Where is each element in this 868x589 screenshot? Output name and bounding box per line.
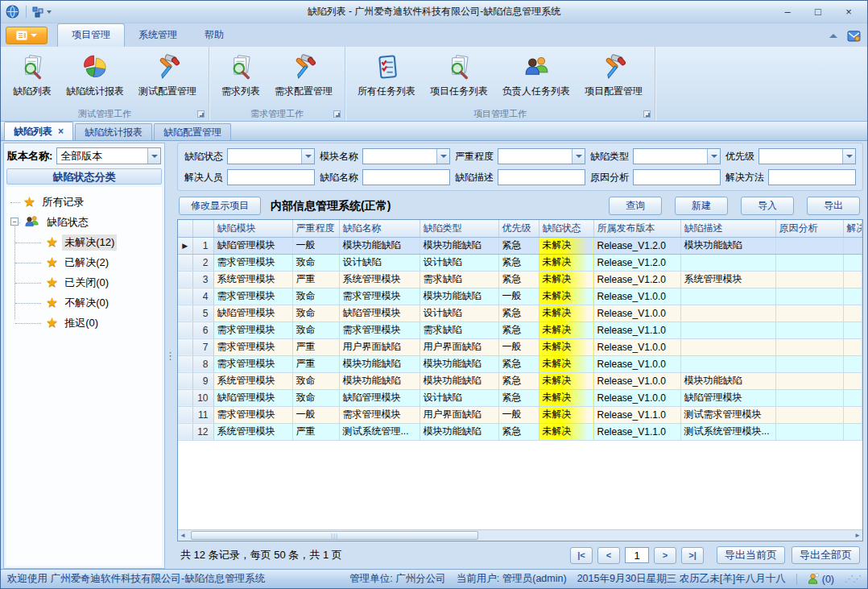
tree-item-0[interactable]: ★所有记录 bbox=[6, 192, 162, 212]
cell[interactable]: 需求缺陷 bbox=[420, 271, 498, 288]
resize-grip[interactable]: ⋰⋰ bbox=[845, 574, 861, 584]
cell[interactable] bbox=[680, 355, 775, 372]
cell[interactable]: 未解决 bbox=[539, 305, 593, 321]
cell[interactable]: 模块功能缺陷 bbox=[420, 355, 498, 372]
cell[interactable]: 需求管理模块 bbox=[213, 338, 292, 355]
cell[interactable]: 用户界面缺陷 bbox=[420, 406, 498, 423]
cell[interactable] bbox=[843, 406, 862, 423]
cell[interactable]: 致命 bbox=[292, 389, 339, 406]
row-selector-cell[interactable] bbox=[178, 406, 192, 423]
row-number-cell[interactable]: 4 bbox=[192, 288, 213, 305]
cell[interactable] bbox=[775, 406, 843, 423]
cell[interactable]: 致命 bbox=[292, 372, 339, 389]
cell[interactable]: 未解决 bbox=[539, 288, 593, 305]
filter-r1-combo-2[interactable] bbox=[498, 148, 585, 164]
cell[interactable]: 一般 bbox=[498, 406, 539, 423]
tree-item-5[interactable]: ★不解决(0) bbox=[6, 292, 162, 313]
cell[interactable]: 缺陷管理模块 bbox=[213, 237, 292, 254]
cell[interactable] bbox=[843, 321, 862, 338]
column-header-4[interactable]: 优先级 bbox=[498, 220, 539, 237]
cell[interactable]: Release_V1.0.0 bbox=[593, 305, 680, 321]
cell[interactable]: 系统管理模块 bbox=[213, 423, 292, 440]
action-button-1[interactable]: 新建 bbox=[675, 197, 728, 215]
cell[interactable]: 紧急 bbox=[498, 423, 539, 440]
tree-item-1[interactable]: −缺陷状态 bbox=[6, 212, 162, 232]
row-selector-cell[interactable] bbox=[178, 305, 192, 321]
next-page-button[interactable]: > bbox=[654, 547, 676, 564]
cell[interactable]: Release_V1.1.0 bbox=[593, 406, 680, 423]
cell[interactable] bbox=[680, 321, 775, 338]
table-row[interactable]: 11需求管理模块一般需求管理模块用户界面缺陷一般未解决Release_V1.1.… bbox=[178, 406, 862, 423]
table-row[interactable]: ▶1缺陷管理模块一般模块功能缺陷模块功能缺陷紧急未解决Release_V1.2.… bbox=[178, 237, 862, 254]
cell[interactable]: 严重 bbox=[292, 338, 339, 355]
cell[interactable]: 紧急 bbox=[498, 372, 539, 389]
cell[interactable]: 用户界面缺陷 bbox=[420, 338, 498, 355]
cell[interactable]: Release_V1.0.0 bbox=[593, 389, 680, 406]
row-selector-cell[interactable] bbox=[178, 321, 192, 338]
scroll-left-icon[interactable]: ◄ bbox=[180, 532, 186, 539]
cell[interactable] bbox=[775, 338, 843, 355]
row-number-cell[interactable]: 9 bbox=[192, 372, 213, 389]
tree-item-6[interactable]: ★推迟(0) bbox=[6, 313, 162, 333]
row-number-cell[interactable]: 7 bbox=[192, 338, 213, 355]
row-selector-cell[interactable] bbox=[178, 372, 192, 389]
cell[interactable]: 一般 bbox=[498, 288, 539, 305]
chevron-down-icon[interactable] bbox=[842, 149, 855, 164]
cell[interactable] bbox=[843, 254, 862, 271]
cell[interactable]: Release_V1.1.0 bbox=[593, 423, 680, 440]
ribbon-button[interactable]: 缺陷统计报表 bbox=[59, 50, 131, 100]
cell[interactable]: 未解决 bbox=[539, 271, 593, 288]
scrollbar-thumb[interactable]: ||| bbox=[191, 531, 478, 540]
doc-tab-1[interactable]: 缺陷统计报表 bbox=[75, 123, 152, 140]
cell[interactable] bbox=[775, 321, 843, 338]
filter-r2-input-2[interactable] bbox=[498, 169, 585, 185]
column-header-5[interactable]: 缺陷状态 bbox=[539, 220, 593, 237]
cell[interactable]: Release_V1.2.0 bbox=[593, 271, 680, 288]
cell[interactable]: 测试需求管理模块 bbox=[680, 406, 775, 423]
cell[interactable] bbox=[680, 254, 775, 271]
scroll-right-icon[interactable]: ► bbox=[854, 532, 861, 539]
dialog-launcher-icon[interactable] bbox=[333, 110, 341, 118]
ribbon-button[interactable]: 所有任务列表 bbox=[350, 50, 423, 100]
cell[interactable]: 紧急 bbox=[498, 271, 539, 288]
ribbon-tab-1[interactable]: 系统管理 bbox=[125, 24, 191, 47]
cell[interactable] bbox=[843, 372, 862, 389]
table-row[interactable]: 8需求管理模块严重模块功能缺陷模块功能缺陷紧急未解决Release_V1.0.0 bbox=[178, 355, 862, 372]
cell[interactable]: 缺陷管理模块 bbox=[339, 389, 420, 406]
cell[interactable]: 严重 bbox=[292, 423, 339, 440]
cell[interactable] bbox=[775, 288, 843, 305]
cell[interactable]: 严重 bbox=[292, 271, 339, 288]
row-selector-cell[interactable] bbox=[178, 355, 192, 372]
table-row[interactable]: 10缺陷管理模块致命缺陷管理模块设计缺陷紧急未解决Release_V1.0.0缺… bbox=[178, 389, 862, 406]
row-number-cell[interactable]: 11 bbox=[192, 406, 213, 423]
cell[interactable] bbox=[680, 338, 775, 355]
cell[interactable] bbox=[680, 288, 775, 305]
cell[interactable]: 缺陷管理模块 bbox=[213, 305, 292, 321]
tree-item-4[interactable]: ★已关闭(0) bbox=[6, 272, 162, 292]
cell[interactable]: 未解决 bbox=[539, 355, 593, 372]
row-number-cell[interactable]: 5 bbox=[192, 305, 213, 321]
column-header-6[interactable]: 所属发布版本 bbox=[593, 220, 680, 237]
cell[interactable]: 未解决 bbox=[539, 338, 593, 355]
cell[interactable]: 需求管理模块 bbox=[213, 321, 292, 338]
cell[interactable]: 需求管理模块 bbox=[213, 355, 292, 372]
chevron-down-icon[interactable] bbox=[436, 149, 449, 164]
ribbon-button[interactable]: 测试配置管理 bbox=[131, 50, 204, 100]
cell[interactable]: 模块功能缺陷 bbox=[420, 372, 498, 389]
cell[interactable] bbox=[843, 355, 862, 372]
cell[interactable]: 未解决 bbox=[539, 237, 593, 254]
cell[interactable]: 一般 bbox=[292, 406, 339, 423]
cell[interactable]: 未解决 bbox=[539, 389, 593, 406]
row-selector-cell[interactable]: ▶ bbox=[178, 237, 192, 254]
filter-r2-input-1[interactable] bbox=[362, 169, 450, 185]
cell[interactable]: 需求管理模块 bbox=[339, 321, 420, 338]
prev-page-button[interactable]: < bbox=[597, 547, 620, 564]
row-number-cell[interactable]: 10 bbox=[192, 389, 213, 406]
cell[interactable]: 致命 bbox=[292, 305, 339, 321]
dialog-launcher-icon[interactable] bbox=[197, 110, 205, 118]
cell[interactable] bbox=[843, 271, 862, 288]
column-header-2[interactable]: 缺陷名称 bbox=[339, 220, 420, 237]
row-number-cell[interactable]: 1 bbox=[192, 237, 213, 254]
cell[interactable] bbox=[843, 237, 862, 254]
cell[interactable]: 需求管理模块 bbox=[213, 406, 292, 423]
